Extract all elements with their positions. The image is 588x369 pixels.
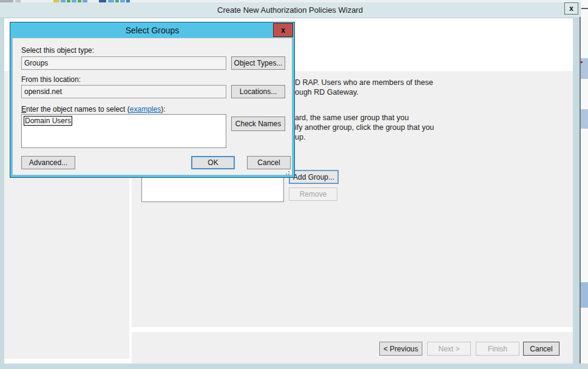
location-field[interactable]: opensid.net <box>21 85 226 98</box>
object-type-label: Select this object type: <box>21 46 94 55</box>
dialog-titlebar[interactable]: Select Groups <box>10 22 294 38</box>
dialog-title: Select Groups <box>10 25 294 35</box>
wizard-close-button[interactable]: x <box>564 2 578 15</box>
names-textarea[interactable]: Domain Users <box>21 114 226 148</box>
wizard-title: Create New Authorization Policies Wizard <box>0 5 580 15</box>
advanced-button[interactable]: Advanced... <box>21 156 75 169</box>
examples-link[interactable]: examples <box>130 105 161 113</box>
footer-separator <box>132 327 573 332</box>
instruction-text-mid: ard, the same user group that you ify an… <box>295 113 434 142</box>
instruction-line: ard, the same user group that you <box>295 113 434 123</box>
screen: Create New Authorization Policies Wizard… <box>0 0 588 369</box>
close-icon: x <box>281 26 285 35</box>
object-types-button[interactable]: Object Types... <box>231 56 285 70</box>
previous-button[interactable]: < Previous <box>379 342 422 356</box>
dialog-body: Select this object type: Groups Object T… <box>12 38 292 175</box>
check-names-button[interactable]: Check Names <box>231 117 285 131</box>
select-groups-dialog: Select Groups x Select this object type:… <box>10 22 295 178</box>
resize-grip-icon[interactable] <box>288 171 289 172</box>
remove-button[interactable]: Remove <box>289 188 337 201</box>
instruction-line: up. <box>295 132 434 142</box>
instruction-line: ough RD Gateway. <box>295 87 433 97</box>
dialog-cancel-button[interactable]: Cancel <box>247 156 291 169</box>
wizard-titlebar[interactable]: Create New Authorization Policies Wizard <box>0 2 580 18</box>
location-label: From this location: <box>21 75 81 84</box>
names-label: Enter the object names to select (exampl… <box>21 105 165 113</box>
dialog-close-button[interactable]: x <box>273 23 293 37</box>
add-group-button[interactable]: Add Group... <box>289 170 339 184</box>
names-label-accel: E <box>21 105 26 113</box>
instruction-line: ify another group, click the group that … <box>295 123 434 132</box>
finish-button[interactable]: Finish <box>476 342 519 356</box>
left-pane-bottom-band <box>4 359 129 364</box>
names-value: Domain Users <box>24 116 72 126</box>
names-label-rest: nter the object names to select ( <box>26 105 130 113</box>
instruction-text-top: D RAP. Users who are members of these ou… <box>295 78 433 97</box>
cancel-button[interactable]: Cancel <box>523 342 559 356</box>
ok-button[interactable]: OK <box>191 156 235 169</box>
instruction-line: D RAP. Users who are members of these <box>295 78 433 87</box>
names-label-suffix: ): <box>161 105 165 113</box>
close-icon: x <box>569 4 573 13</box>
background-window-sliver <box>581 0 588 364</box>
object-type-field[interactable]: Groups <box>21 56 226 70</box>
locations-button[interactable]: Locations... <box>231 85 285 98</box>
group-list-box[interactable] <box>141 175 284 202</box>
next-button[interactable]: Next > <box>427 342 471 356</box>
